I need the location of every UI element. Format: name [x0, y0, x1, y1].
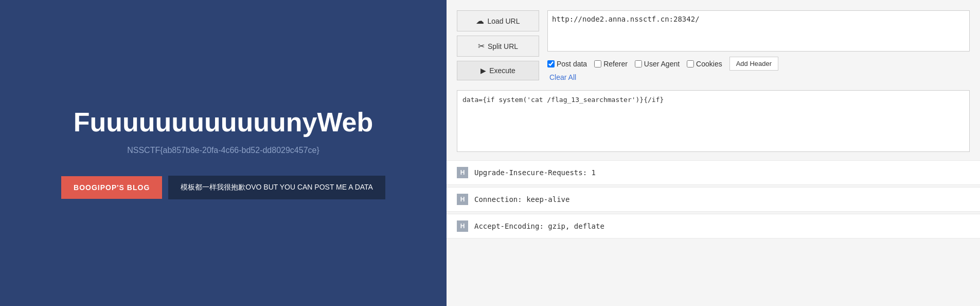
cookies-label: Cookies	[696, 60, 722, 68]
execute-label: Execute	[489, 66, 515, 75]
post-data-check[interactable]	[547, 60, 555, 67]
cookies-check[interactable]	[687, 60, 694, 67]
headers-section: HUpgrade-Insecure-Requests: 1HConnection…	[447, 160, 980, 241]
site-subtitle: NSSCTF{ab857b8e-20fa-4c66-bd52-dd8029c45…	[127, 146, 319, 155]
play-icon	[480, 66, 486, 75]
referer-checkbox[interactable]: Referer	[594, 60, 628, 68]
header-row: HAccept-Encoding: gzip, deflate	[447, 214, 980, 239]
referer-check[interactable]	[594, 60, 601, 67]
add-header-button[interactable]: Add Header	[729, 57, 778, 71]
split-url-button[interactable]: Split URL	[457, 36, 539, 57]
post-data-textarea[interactable]	[457, 90, 970, 152]
cookies-checkbox[interactable]: Cookies	[687, 60, 722, 68]
load-url-label: Load URL	[487, 17, 520, 25]
execute-button[interactable]: Execute	[457, 61, 539, 80]
post-data-checkbox[interactable]: Post data	[547, 60, 587, 68]
header-value: Upgrade-Insecure-Requests: 1	[474, 168, 596, 177]
user-agent-check[interactable]	[635, 60, 642, 67]
button-row: BOOGIPOP'S BLOG 模板都一样我很抱歉OVO BUT YOU CAN…	[61, 176, 385, 199]
split-icon	[478, 41, 485, 51]
url-area: Post data Referer User Agent Cookies A	[547, 10, 970, 82]
header-badge: H	[457, 167, 468, 178]
header-row: HUpgrade-Insecure-Requests: 1	[447, 160, 980, 185]
header-badge: H	[457, 194, 468, 205]
load-url-button[interactable]: Load URL	[457, 10, 539, 31]
upload-icon	[476, 16, 484, 26]
url-input[interactable]	[547, 10, 970, 52]
post-data-label: Post data	[557, 60, 587, 68]
clear-all-row: Clear All	[547, 73, 970, 82]
left-buttons: Load URL Split URL Execute	[457, 10, 539, 80]
header-value: Connection: keep-alive	[474, 195, 569, 203]
options-and-clear: Post data Referer User Agent Cookies A	[547, 52, 970, 82]
clear-all-link[interactable]: Clear All	[549, 73, 576, 81]
split-url-label: Split URL	[488, 42, 518, 50]
header-value: Accept-Encoding: gzip, deflate	[474, 222, 604, 230]
left-panel: FuuuuuuuuuuuunyWeb NSSCTF{ab857b8e-20fa-…	[0, 0, 447, 306]
blog-button[interactable]: BOOGIPOP'S BLOG	[61, 176, 162, 199]
referer-label: Referer	[603, 60, 628, 68]
header-row: HConnection: keep-alive	[447, 187, 980, 212]
user-agent-checkbox[interactable]: User Agent	[635, 60, 680, 68]
top-controls: Load URL Split URL Execute Post data	[447, 10, 980, 90]
user-agent-label: User Agent	[644, 60, 680, 68]
header-badge: H	[457, 220, 468, 232]
post-button[interactable]: 模板都一样我很抱歉OVO BUT YOU CAN POST ME A DATA	[168, 176, 385, 199]
right-panel: Load URL Split URL Execute Post data	[447, 0, 980, 306]
options-row: Post data Referer User Agent Cookies A	[547, 57, 970, 71]
site-title: FuuuuuuuuuuuunyWeb	[74, 107, 373, 138]
